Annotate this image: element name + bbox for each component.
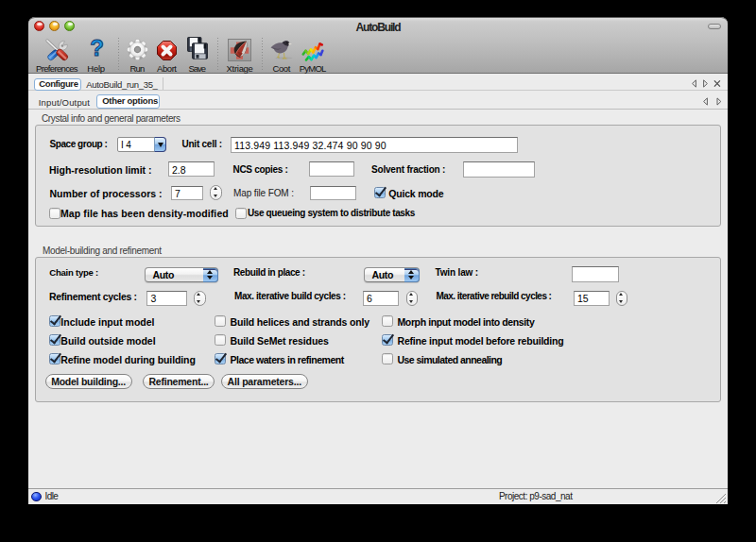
svg-text:?: ? xyxy=(90,37,104,60)
